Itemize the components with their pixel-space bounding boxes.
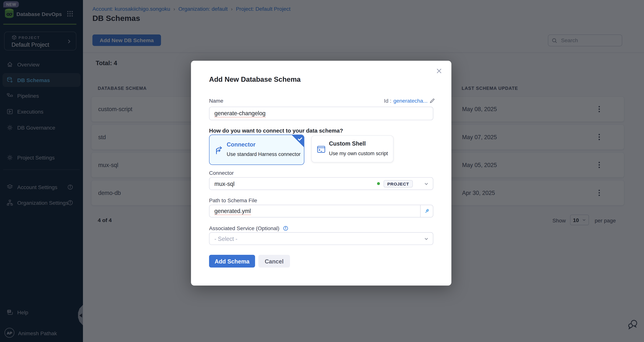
shell-card-subtitle: Use my own custom script (329, 151, 388, 156)
service-label: Associated Service (Optional) (209, 225, 280, 231)
add-new-database-schema-modal: Add New Database Schema Name Id : genera… (191, 61, 451, 286)
edit-pencil-icon[interactable] (430, 98, 435, 103)
terminal-icon (317, 145, 326, 154)
service-label-row: Associated Service (Optional) (209, 225, 288, 231)
path-field-value: generated.yml (214, 207, 251, 215)
connector-field[interactable]: mux-sql PROJECT (209, 177, 434, 190)
connector-label: Connector (209, 170, 234, 176)
name-field[interactable]: generate-changelog (209, 107, 434, 120)
custom-shell-card[interactable]: Custom Shell Use my own custom script (311, 135, 394, 163)
path-field[interactable]: generated.yml (209, 205, 434, 218)
connector-arrows-icon (214, 145, 224, 155)
shell-card-title: Custom Shell (329, 140, 366, 147)
id-prefix: Id : (384, 98, 392, 104)
chevron-down-icon (424, 236, 429, 241)
modal-title: Add New Database Schema (209, 75, 301, 84)
connector-card[interactable]: Connector Use standard Harness connector (209, 135, 304, 165)
cancel-button[interactable]: Cancel (258, 255, 290, 268)
screen: NEW Database DevOps PROJECT (0, 0, 644, 342)
service-select-placeholder: - Select - (214, 235, 237, 242)
connector-card-subtitle: Use standard Harness connector (227, 151, 301, 157)
service-select[interactable]: - Select - (209, 232, 434, 245)
path-label: Path to Schema File (209, 197, 257, 204)
scope-badge: PROJECT (384, 180, 413, 187)
info-icon[interactable] (283, 226, 288, 231)
name-field-value: generate-changelog (214, 110, 266, 117)
selected-corner (290, 135, 304, 149)
connector-field-value: mux-sql (214, 180, 234, 187)
fixed-value-pin-icon[interactable] (420, 205, 433, 217)
entity-id-row: Id : generatecha... (384, 98, 435, 104)
connectivity-status-dot (377, 182, 380, 185)
name-label: Name (209, 98, 224, 104)
id-value-link[interactable]: generatecha... (394, 98, 428, 104)
connector-card-title: Connector (227, 141, 256, 148)
connect-question: How do you want to connect to your data … (209, 128, 343, 134)
chevron-down-icon[interactable] (424, 181, 429, 186)
close-icon[interactable] (435, 67, 443, 75)
add-schema-button[interactable]: Add Schema (209, 255, 255, 268)
